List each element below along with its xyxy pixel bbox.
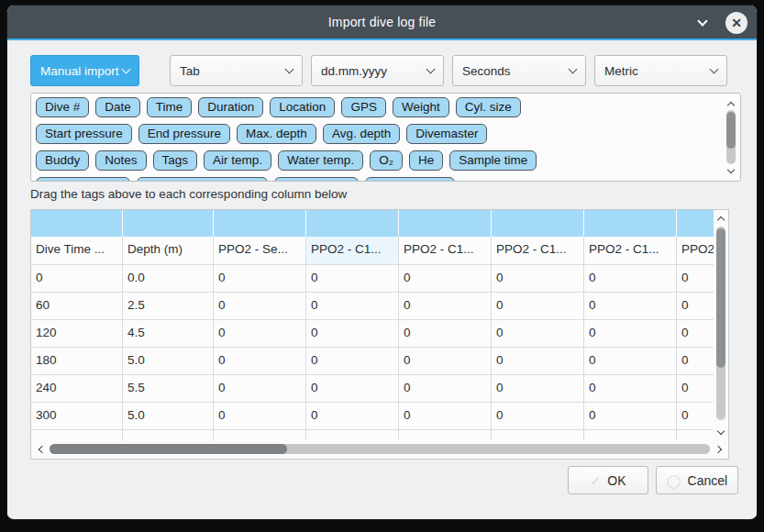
close-icon: ✕ xyxy=(731,17,742,29)
tag-notes[interactable]: Notes xyxy=(95,150,146,171)
drag-instruction-label: Drag the tags above to each correspondin… xyxy=(30,187,347,201)
dialog-body: Manual import Tab dd.mm.yyyy Seconds Met… xyxy=(7,40,757,517)
tag-duration[interactable]: Duration xyxy=(198,97,263,117)
table-cell: 0 xyxy=(584,375,677,403)
table-cell: 0 xyxy=(677,293,714,320)
table-cell: 0 xyxy=(584,265,677,293)
close-button[interactable]: ✕ xyxy=(725,12,747,34)
tag-sample-depth[interactable]: Sample depth xyxy=(36,177,130,182)
drop-target-cell[interactable] xyxy=(584,210,677,237)
table-cell: 0 xyxy=(306,348,399,375)
table-cell: 5.0 xyxy=(123,348,214,375)
tag-row: Buddy Notes Tags Air temp. Water temp. O… xyxy=(36,150,718,171)
table-header-row: Dive Time ... Depth (m) PPO2 - Se... PPO… xyxy=(31,237,714,265)
tag-sample-cns[interactable]: Sample CNS xyxy=(365,177,455,182)
field-separator-select[interactable]: Tab xyxy=(170,55,303,86)
tag-tags[interactable]: Tags xyxy=(153,150,198,171)
import-options-row: Manual import Tab dd.mm.yyyy Seconds Met… xyxy=(30,55,727,86)
table-vertical-scrollbar xyxy=(714,210,728,440)
drop-target-cell[interactable] xyxy=(123,210,214,237)
tag-dive-number[interactable]: Dive # xyxy=(36,97,89,117)
drop-target-cell[interactable] xyxy=(492,210,584,237)
check-icon: ✓ xyxy=(591,473,602,488)
tag-row-clipped: Sample depth Sample temperature Sample p… xyxy=(36,177,718,182)
table-cell: 0 xyxy=(492,265,584,293)
duration-format-select[interactable]: Seconds xyxy=(452,55,586,86)
table-cell: 180 xyxy=(31,348,123,375)
column-header[interactable]: PPO2 - C1... xyxy=(399,237,492,265)
table-cell: 0 xyxy=(214,265,306,293)
scroll-right-arrow-icon[interactable] xyxy=(712,440,726,459)
table-cell: 0 xyxy=(492,375,584,403)
tag-location[interactable]: Location xyxy=(270,97,335,117)
table-cell: 0 xyxy=(399,375,492,403)
table-cell: 0 xyxy=(584,293,677,320)
scroll-left-arrow-icon[interactable] xyxy=(33,440,48,459)
drop-target-cell[interactable] xyxy=(677,210,714,237)
tag-weight[interactable]: Weight xyxy=(393,97,449,117)
tag-water-temp[interactable]: Water temp. xyxy=(278,150,363,171)
date-format-select[interactable]: dd.mm.yyyy xyxy=(311,55,444,86)
table-cell: 0 xyxy=(677,403,714,430)
scroll-up-arrow-icon[interactable] xyxy=(714,212,728,225)
drop-target-cell[interactable] xyxy=(399,210,492,237)
table-cell: 0 xyxy=(214,293,306,320)
drop-target-cell[interactable] xyxy=(214,210,306,237)
table-cell: 0 xyxy=(306,293,399,320)
table-cell: 0 xyxy=(306,403,399,430)
column-header[interactable]: PPO2 - C1... xyxy=(492,237,584,265)
import-dialog-window: Import dive log file ✕ Manual import Tab… xyxy=(7,6,757,519)
tag-gps[interactable]: GPS xyxy=(341,97,386,117)
chevron-down-icon xyxy=(122,64,131,73)
date-format-value: dd.mm.yyyy xyxy=(321,64,387,78)
import-type-select[interactable]: Manual import xyxy=(30,55,139,86)
table-cell: 300 xyxy=(31,403,123,430)
tag-end-pressure[interactable]: End pressure xyxy=(138,124,230,144)
column-header[interactable]: PPO2 - Se... xyxy=(214,237,306,265)
tag-buddy[interactable]: Buddy xyxy=(36,150,89,171)
column-header-highlighted[interactable]: PPO2 - C1... xyxy=(306,237,399,265)
tag-air-temp[interactable]: Air temp. xyxy=(204,150,271,171)
tag-divemaster[interactable]: Divemaster xyxy=(406,124,487,144)
table-cell: 0 xyxy=(492,403,584,430)
scroll-down-arrow-icon[interactable] xyxy=(714,426,728,438)
tag-start-pressure[interactable]: Start pressure xyxy=(36,124,132,144)
table-cell: 2.5 xyxy=(123,293,214,320)
tag-date[interactable]: Date xyxy=(95,97,140,117)
scrollbar-handle[interactable] xyxy=(726,112,736,149)
table-cell: 0 xyxy=(677,320,714,348)
scrollbar-track[interactable] xyxy=(50,444,710,454)
column-header[interactable]: PPO2 xyxy=(677,237,714,265)
tag-sample-po2[interactable]: Sample pO₂ xyxy=(274,177,360,182)
tag-o2[interactable]: O₂ xyxy=(370,150,403,171)
scrollbar-handle[interactable] xyxy=(50,444,287,454)
ok-button-label: OK xyxy=(607,473,626,488)
column-header[interactable]: Dive Time ... xyxy=(31,237,123,265)
tag-box-scrollbar xyxy=(724,95,738,179)
column-header[interactable]: Depth (m) xyxy=(123,237,214,265)
table-cell: 0 xyxy=(399,293,492,320)
column-header[interactable]: PPO2 - C1... xyxy=(584,237,677,265)
scroll-down-arrow-icon[interactable] xyxy=(724,164,738,177)
tag-sample-temperature[interactable]: Sample temperature xyxy=(137,177,267,182)
tag-sample-time[interactable]: Sample time xyxy=(449,150,537,171)
tag-avg-depth[interactable]: Avg. depth xyxy=(323,124,400,144)
scroll-up-arrow-icon[interactable] xyxy=(724,97,738,110)
shade-button[interactable] xyxy=(692,13,713,33)
cancel-button[interactable]: ◯ Cancel xyxy=(656,466,738,494)
table-row: 240 5.5 0 0 0 0 0 0 xyxy=(31,375,714,403)
window-title: Import dive log file xyxy=(328,15,437,29)
drop-target-cell[interactable] xyxy=(306,210,399,237)
chevron-down-icon xyxy=(569,64,578,73)
table-cell: 0 xyxy=(492,320,584,348)
tag-he[interactable]: He xyxy=(409,150,443,171)
units-select[interactable]: Metric xyxy=(594,55,727,86)
drop-target-cell[interactable] xyxy=(31,210,123,237)
tag-max-depth[interactable]: Max. depth xyxy=(237,124,316,144)
ok-button[interactable]: ✓ OK xyxy=(568,466,648,494)
titlebar-buttons: ✕ xyxy=(692,6,747,40)
tag-time[interactable]: Time xyxy=(147,97,193,117)
scrollbar-handle[interactable] xyxy=(716,228,725,368)
table-row: 120 4.5 0 0 0 0 0 0 xyxy=(31,320,714,348)
tag-cyl-size[interactable]: Cyl. size xyxy=(456,97,521,117)
